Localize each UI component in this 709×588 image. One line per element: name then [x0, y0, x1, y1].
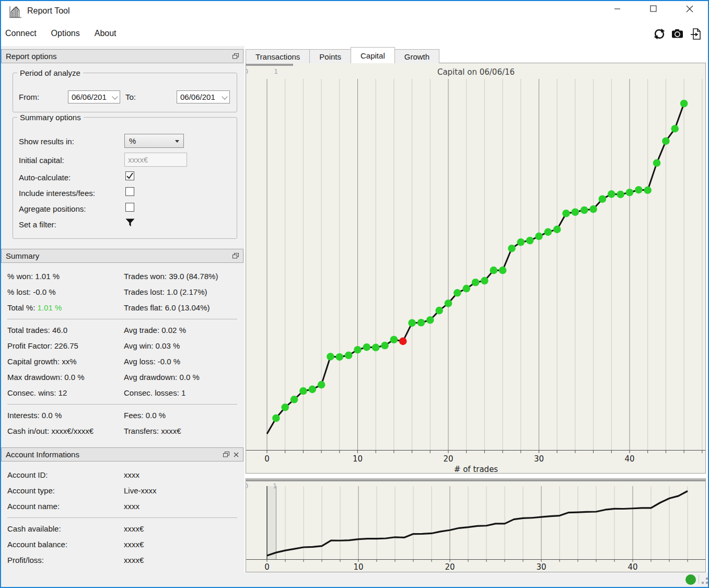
- summary-value: Total trades: 46.0: [7, 322, 124, 338]
- panel-title: Account Informations: [6, 450, 219, 459]
- close-button[interactable]: [678, 0, 702, 17]
- summary-header: Summary: [1, 249, 243, 263]
- screenshot-button[interactable]: [671, 27, 684, 41]
- account-field-label: Account balance:: [7, 537, 124, 552]
- report-options-panel: Report options Period of analyze From: 0…: [1, 49, 243, 246]
- win-trade-marker: [608, 190, 615, 198]
- float-panel-button[interactable]: [233, 53, 239, 59]
- win-trade-marker: [499, 267, 507, 274]
- win-trade-marker: [635, 186, 643, 194]
- float-icon: [233, 53, 239, 59]
- minimize-button[interactable]: [605, 0, 629, 17]
- refresh-icon: [653, 28, 666, 40]
- x-tick-label: 20: [443, 454, 453, 464]
- menu-bar: ConnectOptionsAbout: [0, 24, 709, 43]
- win-trade-marker: [508, 245, 516, 252]
- win-trade-marker: [417, 319, 425, 327]
- initial-capital-input[interactable]: [124, 153, 187, 167]
- summary-value: Profit Factor: 226.75: [7, 338, 124, 354]
- menu-item-about[interactable]: About: [95, 27, 121, 40]
- x-tick-label: 40: [624, 454, 634, 464]
- close-panel-button[interactable]: [234, 452, 239, 457]
- section-divider: [7, 319, 237, 319]
- win-trade-marker: [535, 233, 543, 240]
- float-panel-button[interactable]: [223, 452, 229, 457]
- include-fees-checkbox[interactable]: [125, 187, 134, 196]
- summary-value: Avg trade: 0.02 %: [124, 322, 243, 338]
- win-trade-marker: [435, 307, 443, 315]
- refresh-button[interactable]: [653, 27, 666, 41]
- tab-growth[interactable]: Growth: [394, 49, 439, 63]
- from-date-picker[interactable]: 06/06/201: [68, 90, 120, 103]
- tab-capital[interactable]: Capital: [351, 47, 395, 63]
- summary-panel: Summary % won: 1.01 %Trades won: 39.0 (8…: [1, 249, 243, 444]
- summary-row: Cash in/out: xxxx€/xxxx€Transfers: xxxx€: [1, 423, 243, 439]
- summary-value: Total %: 1.01 %: [7, 300, 124, 316]
- win-trade-marker: [462, 285, 470, 293]
- show-results-label: Show results in:: [19, 137, 74, 146]
- set-filter-label: Set a filter:: [19, 220, 56, 229]
- overview-chart[interactable]: 01010203040: [246, 478, 706, 572]
- status-bar-divider: [699, 575, 699, 584]
- capital-chart[interactable]: 01Capital on 06/06/16010203040# of trade…: [246, 63, 706, 474]
- x-tick-label: 10: [353, 454, 363, 464]
- account-field-value: xxxx: [124, 499, 243, 514]
- win-trade-marker: [580, 206, 588, 214]
- summary-row: Total %: 1.01 %Trades flat: 6.0 (13.04%): [1, 300, 243, 316]
- win-trade-marker: [626, 189, 634, 197]
- account-field-value: xxxx: [124, 467, 243, 483]
- initial-capital-label: Initial capital:: [19, 156, 64, 165]
- account-field-label: Cash available:: [7, 521, 124, 537]
- menu-item-connect[interactable]: Connect: [5, 27, 41, 40]
- chevron-down-icon: [222, 94, 227, 99]
- export-icon: [690, 28, 702, 40]
- export-button[interactable]: [689, 27, 703, 41]
- win-trade-marker: [445, 299, 452, 307]
- maximize-button[interactable]: [641, 0, 665, 17]
- resize-grip[interactable]: [701, 577, 708, 585]
- summary-row: Profit Factor: 226.75Avg win: 0.03 %: [1, 338, 243, 354]
- section-divider: [7, 404, 237, 405]
- tab-transactions[interactable]: Transactions: [246, 49, 310, 63]
- capital-chart-plot[interactable]: 01Capital on 06/06/16010203040# of trade…: [246, 63, 705, 473]
- win-trade-marker: [318, 381, 326, 389]
- chart-scrollbar-handle[interactable]: [246, 479, 705, 481]
- report-options-header: Report options: [1, 49, 243, 63]
- to-date-picker[interactable]: 06/06/201: [177, 90, 230, 103]
- win-trade-marker: [426, 316, 434, 324]
- win-trade-marker: [562, 210, 570, 217]
- win-trade-marker: [363, 343, 371, 351]
- float-panel-button[interactable]: [233, 253, 239, 259]
- aggregate-positions-checkbox[interactable]: [125, 203, 134, 212]
- summary-value: % lost: -0.0 %: [7, 284, 124, 300]
- summary-row: Total trades: 46.0Avg trade: 0.02 %: [1, 322, 243, 338]
- account-row: Account name:xxxx: [1, 499, 243, 514]
- include-fees-label: Include interests/fees:: [19, 189, 95, 198]
- chart-tab-bar: TransactionsPointsCapitalGrowth: [246, 47, 439, 63]
- summary-row: Capital growth: xx%Avg loss: -0.0 %: [1, 354, 243, 370]
- camera-icon: [671, 29, 684, 39]
- show-results-value: %: [129, 136, 136, 145]
- tab-points[interactable]: Points: [309, 49, 351, 63]
- to-date-value: 06/06/201: [180, 93, 215, 101]
- range-tick-label: 0: [246, 482, 248, 490]
- win-trade-marker: [544, 228, 552, 236]
- summary-value: Trades won: 39.0 (84.78%): [124, 269, 243, 284]
- summary-value: Avg win: 0.03 %: [124, 338, 243, 354]
- auto-calculate-checkbox[interactable]: [125, 171, 134, 180]
- account-row: Account ID:xxxx: [1, 467, 243, 483]
- capital-line: [267, 103, 684, 434]
- menu-item-options[interactable]: Options: [51, 27, 84, 40]
- x-tick-label: 10: [353, 562, 363, 572]
- win-trade-marker: [644, 187, 652, 194]
- win-trade-marker: [308, 386, 316, 394]
- zoom-range-band[interactable]: [267, 486, 276, 559]
- win-trade-marker: [599, 195, 607, 203]
- filter-button[interactable]: [125, 218, 136, 228]
- win-trade-marker: [408, 319, 416, 327]
- overview-chart-plot[interactable]: 01010203040: [246, 479, 705, 572]
- show-results-combobox[interactable]: %: [124, 134, 184, 148]
- account-field-value: xxxx€: [124, 521, 243, 537]
- chart-scrollbar-handle[interactable]: [246, 64, 293, 66]
- summary-row: % lost: -0.0 %Trades lost: 1.0 (2.17%): [1, 284, 243, 300]
